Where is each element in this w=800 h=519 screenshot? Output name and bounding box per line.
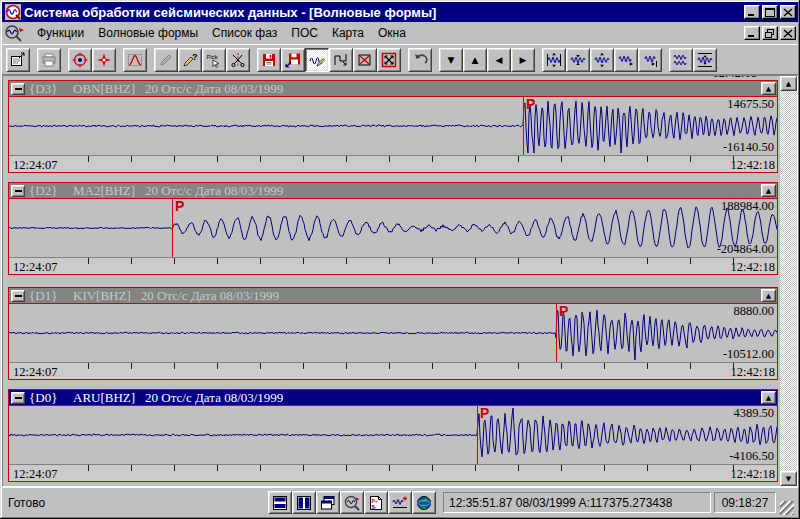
- panel-titlebar[interactable]: {D0} ARU[BHZ] 20 Отс/с Дата 08/03/1999 ▲: [9, 390, 777, 406]
- menu-pos[interactable]: ПОС: [284, 24, 325, 42]
- cut-phase-button[interactable]: [226, 48, 250, 72]
- menu-map[interactable]: Карта: [325, 24, 371, 42]
- fit-amplitude-button[interactable]: [542, 48, 566, 72]
- maximize-button[interactable]: [762, 5, 778, 19]
- mdi-minimize-button[interactable]: [744, 26, 760, 40]
- svg-text:?: ?: [192, 52, 198, 62]
- seismogram: [9, 304, 777, 362]
- phase-marker-line[interactable]: [172, 199, 173, 257]
- scroll-right-button[interactable]: ▶: [511, 48, 535, 72]
- axis-tick: [260, 465, 261, 471]
- time-start: 12:24:07: [13, 158, 57, 173]
- panel-minimize-button[interactable]: [11, 392, 25, 404]
- axis-tick: [561, 363, 562, 369]
- panel-titlebar[interactable]: {D1} KIV[BHZ] 20 Отс/с Дата 08/03/1999 ▲: [9, 288, 777, 304]
- loupe-waveform-icon[interactable]: [4, 24, 26, 42]
- axis-tick: [432, 156, 433, 162]
- phases-doc-button[interactable]: P+S-: [364, 491, 388, 514]
- panel-up-button[interactable]: ▲: [761, 82, 776, 95]
- axis-tick: [475, 258, 476, 264]
- phase-label: P: [480, 406, 489, 421]
- menu-phase-list[interactable]: Список фаз: [205, 24, 284, 42]
- axis-tick: [260, 258, 261, 264]
- shift-right-button[interactable]: [614, 48, 638, 72]
- panel-minimize-button[interactable]: [11, 185, 25, 197]
- expand-full-button[interactable]: [377, 48, 401, 72]
- expand-amplitude-button[interactable]: [590, 48, 614, 72]
- phase-label: P: [175, 199, 184, 214]
- tile-vertical-button[interactable]: [292, 491, 316, 514]
- event-burst-button[interactable]: [92, 48, 116, 72]
- wave-pencil-icon: [309, 52, 325, 68]
- wave-edit-button[interactable]: [305, 48, 329, 72]
- zoom-waves-button[interactable]: [340, 491, 364, 514]
- phase-label: P: [559, 304, 568, 319]
- waveform-area[interactable]: P 188984.00 -204864.00: [9, 199, 777, 257]
- phase-marker-line[interactable]: [523, 97, 524, 155]
- scroll-down-button[interactable]: ▼: [439, 48, 463, 72]
- menu-functions[interactable]: Функции: [30, 24, 91, 42]
- diskette-icon: [261, 52, 277, 68]
- compress-amplitude-button[interactable]: [566, 48, 590, 72]
- phase-query-button[interactable]: ?: [178, 48, 202, 72]
- axis-tick: [604, 156, 605, 162]
- menu-waveforms[interactable]: Волновые формы: [91, 24, 205, 42]
- response-curve-button[interactable]: [123, 48, 147, 72]
- menu-bar: Функции Волновые формы Список фаз ПОС Ка…: [2, 22, 798, 44]
- panel-titlebar[interactable]: {D2} MA2[BHZ] 20 Отс/с Дата 08/03/1999 ▲: [9, 183, 777, 199]
- waveform-area[interactable]: P 14675.50 -16140.50: [9, 97, 777, 155]
- panel-minimize-button[interactable]: [11, 290, 25, 302]
- target-icon: [72, 52, 88, 68]
- station-target-button[interactable]: [68, 48, 92, 72]
- save-button[interactable]: [257, 48, 281, 72]
- phase-pencil-button[interactable]: [154, 48, 178, 72]
- resize-grip[interactable]: [780, 501, 794, 515]
- tile-horizontal-button[interactable]: [268, 491, 292, 514]
- app-icon[interactable]: [5, 4, 21, 20]
- wave-add-button[interactable]: [388, 491, 412, 514]
- cascade-button[interactable]: [316, 491, 340, 514]
- waveform-area[interactable]: P 4389.50 -4106.50: [9, 406, 777, 464]
- axis-tick: [647, 156, 648, 162]
- panel-id: {D1}: [29, 288, 73, 304]
- mdi-close-button[interactable]: [780, 26, 796, 40]
- axis-tick: [647, 363, 648, 369]
- seismogram: [9, 199, 777, 257]
- phase-marker-line[interactable]: [477, 406, 478, 464]
- new-view-button[interactable]: [6, 48, 30, 72]
- merge-waves-button[interactable]: [693, 48, 717, 72]
- panel-minimize-button[interactable]: [11, 83, 25, 95]
- map-globe-button[interactable]: [412, 491, 436, 514]
- expand-box-icon: [381, 52, 397, 68]
- phase-marker-line[interactable]: [556, 304, 557, 362]
- scrollbar-down-button[interactable]: ▼: [780, 471, 797, 486]
- panel-titlebar[interactable]: {D3} OBN[BHZ] 20 Отс/с Дата 08/03/1999 ▲: [9, 81, 777, 97]
- scroll-left-button[interactable]: ◀: [487, 48, 511, 72]
- save-as-button[interactable]: [281, 48, 305, 72]
- axis-tick: [475, 156, 476, 162]
- pick-icon: Pick: [206, 52, 222, 68]
- scrollbar-up-button[interactable]: ▲: [780, 76, 797, 91]
- close-button[interactable]: [780, 5, 796, 19]
- shift-left-button[interactable]: [638, 48, 662, 72]
- undo-button[interactable]: [408, 48, 432, 72]
- delete-region-button[interactable]: [353, 48, 377, 72]
- panel-up-button[interactable]: ▲: [761, 391, 776, 404]
- zoom-region-button[interactable]: [329, 48, 353, 72]
- menu-windows[interactable]: Окна: [371, 24, 413, 42]
- minimize-button[interactable]: [744, 5, 760, 19]
- wave-compress-icon: [570, 52, 586, 68]
- align-waves-button[interactable]: [669, 48, 693, 72]
- print-button[interactable]: [37, 48, 61, 72]
- time-end: 12:42:18: [731, 467, 775, 482]
- scroll-up-button[interactable]: ▲: [463, 48, 487, 72]
- panel-up-button[interactable]: ▲: [761, 289, 776, 302]
- axis-tick: [690, 258, 691, 264]
- clipped-label: 12:42:18: [713, 76, 757, 80]
- waveform-area[interactable]: P 8880.00 -10512.00: [9, 304, 777, 362]
- panel-up-button[interactable]: ▲: [761, 184, 776, 197]
- vertical-scrollbar[interactable]: ▲ ▼: [780, 76, 797, 486]
- axis-tick: [88, 363, 89, 369]
- mdi-restore-button[interactable]: [762, 26, 778, 40]
- pick-button[interactable]: Pick: [202, 48, 226, 72]
